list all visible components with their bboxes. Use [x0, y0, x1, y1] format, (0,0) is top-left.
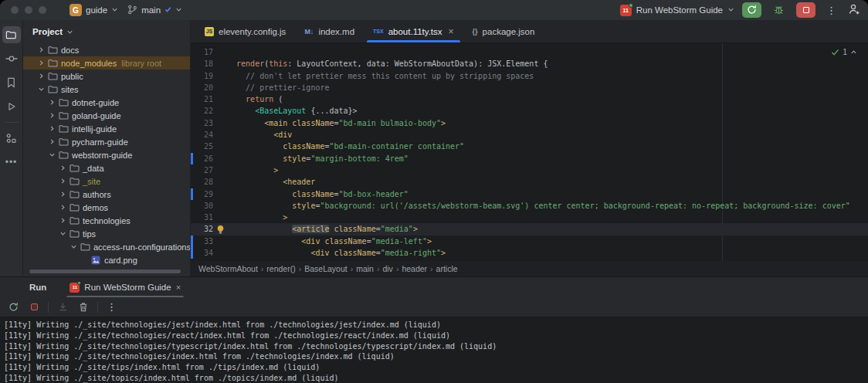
add-user-icon[interactable]	[848, 3, 860, 17]
chevron-down-icon	[727, 5, 734, 15]
code-line: 25 className="bd-main-container containe…	[191, 141, 868, 152]
folder-icon	[57, 137, 70, 146]
bookmarks-icon[interactable]	[2, 74, 21, 91]
breadcrumb-item[interactable]: main	[351, 264, 374, 273]
code-line: 24 <div	[191, 129, 868, 141]
chevron-collapsed-icon[interactable]	[46, 125, 57, 132]
run-tab[interactable]: 11 Run WebStorm Guide ×	[66, 277, 184, 297]
project-tree: docsnode_moduleslibrary rootpublicsitesd…	[23, 43, 190, 276]
tree-item[interactable]: demos	[23, 201, 190, 214]
tree-item[interactable]: pycharm-guide	[23, 135, 190, 148]
breadcrumb-item[interactable]: render()	[261, 264, 296, 273]
chevron-collapsed-icon[interactable]	[36, 59, 46, 66]
tree-item[interactable]: webstorm-guide	[23, 148, 190, 161]
tree-item[interactable]: goland-guide	[23, 109, 190, 122]
code-token	[227, 225, 292, 233]
breadcrumb-item[interactable]: BaseLayout	[299, 264, 348, 273]
markdown-icon: M↓	[304, 28, 314, 36]
run-console[interactable]: [11ty] Writing ./_site/technologies/jest…	[0, 317, 868, 383]
chevron-collapsed-icon[interactable]	[57, 217, 68, 224]
chevron-collapsed-icon[interactable]	[36, 46, 46, 53]
tree-item[interactable]: _site	[23, 175, 190, 188]
stop-button[interactable]	[796, 2, 815, 18]
horizontal-scrollbar[interactable]	[29, 269, 181, 273]
stop-icon[interactable]	[27, 300, 41, 314]
chevron-collapsed-icon[interactable]	[36, 73, 46, 80]
close-icon[interactable]: ×	[176, 283, 181, 292]
branch-widget[interactable]: main	[123, 3, 187, 18]
code-token: <div	[273, 130, 292, 139]
code-line: 29 className="bd-box-header"	[191, 188, 868, 200]
maximize-window-icon[interactable]	[39, 6, 46, 14]
toolbar-divider	[97, 302, 98, 313]
editor-tab[interactable]: TSXabout.11ty.tsx×	[364, 20, 463, 42]
chevron-collapsed-icon[interactable]	[57, 178, 68, 185]
scroll-to-end-icon[interactable]	[56, 300, 70, 314]
editor-tab[interactable]: M↓index.md	[295, 20, 364, 42]
chevron-collapsed-icon[interactable]	[57, 191, 68, 198]
chevron-collapsed-icon[interactable]	[46, 138, 57, 145]
breadcrumb-item[interactable]: article	[430, 264, 458, 273]
chevron-collapsed-icon[interactable]	[57, 164, 68, 171]
chevron-collapsed-icon[interactable]	[46, 112, 57, 119]
run-configuration-name: Run WebStorm Guide	[636, 5, 723, 15]
rerun-button[interactable]	[742, 2, 761, 18]
code-token	[227, 154, 283, 163]
tree-item-label: demos	[83, 203, 108, 212]
more-actions-icon[interactable]: ⋮	[823, 5, 840, 16]
code-token: className	[292, 119, 334, 127]
tree-item[interactable]: card.png	[23, 253, 190, 266]
tree-item[interactable]: technologies	[23, 214, 190, 227]
breadcrumb-item[interactable]: div	[377, 264, 393, 273]
tree-item[interactable]: dotnet-guide	[23, 96, 190, 109]
code-token: (	[273, 95, 283, 103]
breadcrumb-item[interactable]: header	[396, 264, 427, 273]
tree-item[interactable]: node_moduleslibrary root	[23, 56, 190, 69]
editor-tab[interactable]: JSeleventy.config.js	[195, 20, 295, 42]
run-configuration-selector[interactable]: 11 Run WebStorm Guide	[620, 5, 734, 16]
breadcrumb-item[interactable]: WebStormAbout	[198, 264, 258, 273]
close-tab-icon[interactable]: ×	[449, 26, 454, 37]
more-tools-icon[interactable]: •••	[2, 154, 21, 171]
tree-item[interactable]: sites	[23, 83, 190, 96]
code-token	[227, 119, 264, 127]
code-token	[227, 107, 255, 115]
tree-item[interactable]: _data	[23, 161, 190, 175]
structure-icon[interactable]	[2, 130, 21, 147]
chevron-collapsed-icon[interactable]	[46, 99, 57, 106]
chevron-expanded-icon[interactable]	[68, 243, 79, 250]
rerun-icon[interactable]	[6, 300, 20, 314]
tree-item[interactable]: docs	[23, 43, 190, 56]
run-tab-label: Run WebStorm Guide	[84, 283, 171, 292]
minimize-window-icon[interactable]	[25, 6, 32, 14]
chevron-expanded-icon[interactable]	[57, 230, 68, 237]
debug-button[interactable]	[769, 2, 788, 18]
chevron-expanded-icon[interactable]	[46, 151, 57, 158]
run-panel-toolbar: ⋮	[0, 297, 868, 317]
tree-item[interactable]: public	[23, 69, 190, 83]
tree-item[interactable]: authors	[23, 188, 190, 201]
code-token: // prettier-ignore	[246, 83, 329, 92]
run-tool-icon[interactable]	[2, 98, 21, 115]
clear-all-icon[interactable]	[76, 300, 90, 314]
tree-item[interactable]: intellij-guide	[23, 122, 190, 135]
tree-item[interactable]: access-run-configurations	[23, 240, 190, 253]
project-name: guide	[86, 5, 107, 15]
code-token: "bd-box-header"	[339, 190, 409, 198]
commit-icon[interactable]	[2, 50, 21, 67]
project-widget[interactable]: G guide	[65, 2, 123, 18]
chevron-collapsed-icon[interactable]	[57, 204, 68, 211]
code-token	[227, 249, 310, 257]
project-icon[interactable]	[2, 26, 21, 43]
window-controls[interactable]	[11, 6, 46, 14]
tree-item[interactable]: tips	[23, 227, 190, 240]
more-options-icon[interactable]: ⋮	[105, 300, 119, 314]
line-number: 24	[193, 129, 213, 141]
project-panel-header[interactable]: Project	[23, 20, 190, 43]
code-token	[227, 130, 273, 139]
chevron-expanded-icon[interactable]	[36, 86, 46, 93]
editor-tab[interactable]: {}package.json	[463, 20, 544, 42]
main-area: ••• Project docsnode_moduleslibrary root…	[0, 20, 868, 276]
code-editor[interactable]: 1 1718 render(this: LayoutContext, data:…	[191, 43, 868, 261]
close-window-icon[interactable]	[11, 6, 19, 14]
